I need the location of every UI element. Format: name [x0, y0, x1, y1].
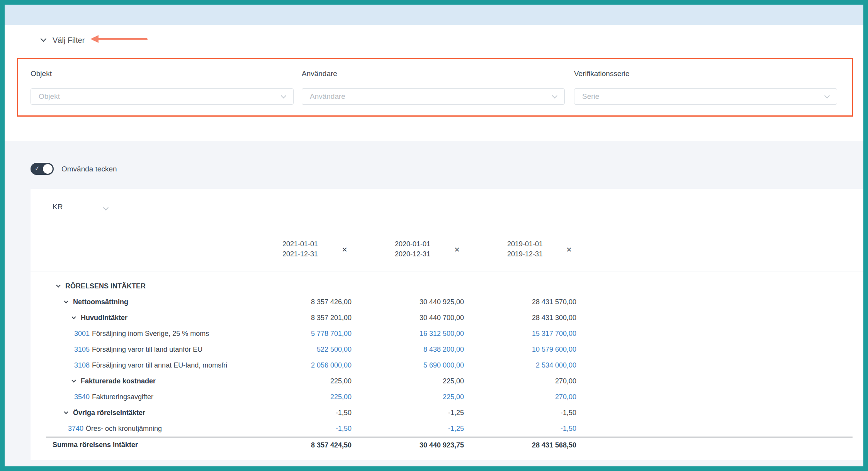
value-cell[interactable]: 5 778 701,00	[263, 326, 352, 342]
toggle-knob	[43, 164, 53, 174]
value-cell[interactable]: 225,00	[375, 389, 464, 405]
value-cell: 28 431 568,50	[488, 437, 576, 453]
check-icon: ✓	[35, 165, 40, 172]
value-cell: 28 431 300,00	[488, 310, 576, 326]
account-number-link[interactable]: 3540	[74, 393, 90, 401]
account-number-link[interactable]: 3105	[74, 346, 90, 354]
group-row[interactable]: RÖRELSENS INTÄKTER	[46, 278, 853, 294]
account-label: Försäljning inom Sverige, 25 % moms	[92, 330, 209, 338]
filter-placeholder: Serie	[582, 92, 599, 101]
value-cell: -1,50	[488, 405, 576, 421]
period-end: 2019-12-31	[490, 249, 560, 259]
value-cell[interactable]: 5 690 000,00	[375, 357, 464, 373]
value-cell: 8 357 426,00	[263, 294, 352, 310]
chevron-down-icon	[41, 36, 47, 42]
chevron-down-icon	[64, 410, 68, 414]
period-end: 2021-12-31	[265, 249, 335, 259]
divider	[31, 225, 863, 225]
account-row: 3001Försäljning inom Sverige, 25 % moms5…	[46, 326, 853, 342]
filter-select-objekt[interactable]: Objekt	[31, 88, 294, 105]
close-icon: ✕	[566, 246, 572, 254]
value-cell	[488, 278, 576, 294]
invert-sign-row: ✓ Omvända tecken	[31, 163, 117, 175]
filter-section-toggle[interactable]: Välj Filter	[41, 35, 85, 46]
chevron-down-icon	[56, 283, 60, 287]
value-cell[interactable]: 16 312 500,00	[375, 326, 464, 342]
chevron-down-icon	[824, 93, 830, 98]
value-cell: 30 440 923,75	[375, 437, 464, 453]
period-start: 2019-01-01	[490, 239, 560, 249]
remove-period-button[interactable]: ✕	[564, 245, 574, 254]
period-start: 2020-01-01	[378, 239, 447, 249]
value-cell[interactable]: 522 500,00	[263, 342, 352, 357]
invert-sign-toggle-label: Omvända tecken	[61, 165, 117, 173]
divider	[31, 271, 863, 271]
filter-label-anvandare: Användare	[302, 69, 565, 78]
invert-sign-toggle[interactable]: ✓	[31, 163, 54, 175]
period-end: 2020-12-31	[378, 249, 447, 259]
value-cell: 28 431 570,00	[488, 294, 576, 310]
value-cell: -1,25	[375, 405, 464, 421]
filter-select-anvandare[interactable]: Användare	[302, 88, 565, 105]
remove-period-button[interactable]: ✕	[452, 245, 462, 254]
value-cell	[375, 278, 464, 294]
account-number-link[interactable]: 3001	[74, 330, 90, 338]
value-cell[interactable]: 225,00	[263, 389, 352, 405]
currency-selector[interactable]: KR	[53, 203, 63, 211]
report-table: RÖRELSENS INTÄKTERNettoomsättning8 357 4…	[46, 278, 853, 452]
value-cell[interactable]: 2 534 000,00	[488, 357, 576, 373]
filter-select-verifikationsserie[interactable]: Serie	[574, 88, 837, 105]
group-label: Fakturerade kostnader	[81, 377, 156, 385]
value-cell: -1,50	[263, 405, 352, 421]
account-label: Försäljning varor till land utanför EU	[92, 346, 202, 354]
value-cell: 8 357 201,00	[263, 310, 352, 326]
close-icon: ✕	[454, 246, 460, 254]
app-frame: Välj Filter ObjektObjektAnvändareAnvända…	[0, 0, 868, 471]
top-banner	[5, 5, 863, 25]
group-row[interactable]: Huvudintäkter8 357 201,0030 440 700,0028…	[46, 310, 853, 326]
chevron-down-icon	[71, 378, 76, 382]
account-row: 3108Försäljning varor till annat EU-land…	[46, 357, 853, 373]
group-label: Nettoomsättning	[73, 298, 128, 306]
filter-placeholder: Objekt	[39, 92, 60, 101]
account-number-link[interactable]: 3108	[74, 361, 90, 369]
close-icon: ✕	[341, 246, 347, 254]
account-number-link[interactable]: 3740	[68, 425, 83, 433]
filter-section-label: Välj Filter	[53, 36, 85, 45]
chevron-down-icon	[71, 315, 76, 319]
value-cell: 225,00	[263, 373, 352, 389]
summary-label: Summa rörelsens intäkter	[53, 441, 138, 449]
group-row[interactable]: Nettoomsättning8 357 426,0030 440 925,00…	[46, 294, 853, 310]
value-cell[interactable]: 15 317 700,00	[488, 326, 576, 342]
group-label: Övriga rörelseintäkter	[73, 409, 145, 417]
value-cell[interactable]: -1,25	[375, 421, 464, 437]
group-label: RÖRELSENS INTÄKTER	[65, 282, 146, 290]
value-cell: 8 357 424,50	[263, 437, 352, 453]
period-column-header: 2020-01-012020-12-31	[378, 239, 447, 259]
value-cell[interactable]: 270,00	[488, 389, 576, 405]
chevron-down-icon	[64, 299, 68, 303]
group-label: Huvudintäkter	[81, 314, 127, 322]
value-cell	[263, 278, 352, 294]
group-row[interactable]: Övriga rörelseintäkter-1,50-1,25-1,50	[46, 405, 853, 421]
value-cell[interactable]: -1,50	[263, 421, 352, 437]
annotation-highlight-box	[17, 58, 853, 117]
annotation-arrow	[94, 38, 148, 40]
period-start: 2021-01-01	[265, 239, 335, 249]
remove-period-button[interactable]: ✕	[340, 245, 349, 254]
chevron-down-icon[interactable]	[103, 205, 109, 210]
value-cell[interactable]: 2 056 000,00	[263, 357, 352, 373]
value-cell: 270,00	[488, 373, 576, 389]
value-cell[interactable]: -1,50	[488, 421, 576, 437]
chevron-down-icon	[552, 93, 557, 98]
sum-row: Summa rörelsens intäkter8 357 424,5030 4…	[46, 437, 853, 452]
filter-label-objekt: Objekt	[31, 69, 294, 78]
group-row[interactable]: Fakturerade kostnader225,00225,00270,00	[46, 373, 853, 389]
value-cell[interactable]: 10 579 600,00	[488, 342, 576, 357]
value-cell[interactable]: 8 438 200,00	[375, 342, 464, 357]
account-row: 3740Öres- och kronutjämning-1,50-1,25-1,…	[46, 421, 853, 437]
report-card: KR 2021-01-012021-12-31✕2020-01-012020-1…	[31, 189, 863, 460]
account-label: Försäljning varor till annat EU-land, mo…	[92, 361, 227, 369]
filter-placeholder: Användare	[310, 92, 345, 101]
account-row: 3105Försäljning varor till land utanför …	[46, 342, 853, 357]
